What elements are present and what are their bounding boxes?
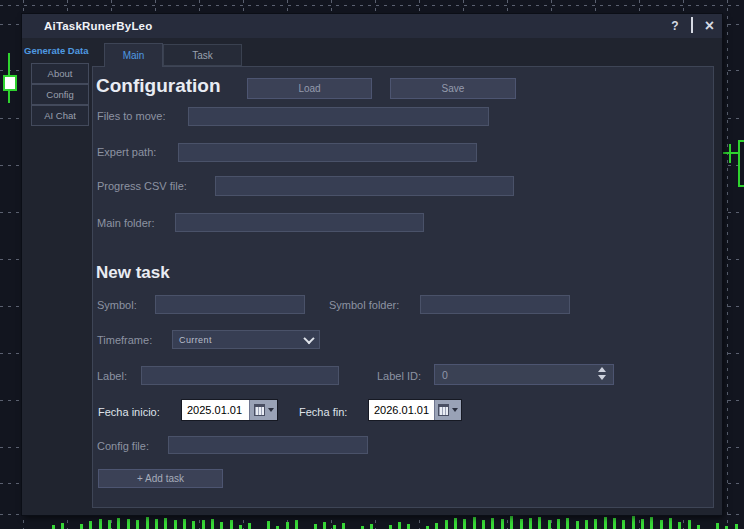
timeframe-value: Current [179, 335, 212, 345]
collapse-icon[interactable] [691, 14, 693, 38]
app-window: AiTaskRunerByLeo ? × Generate Data About… [22, 14, 722, 515]
files-to-move-label: Files to move: [97, 110, 165, 122]
fecha-fin-datepicker[interactable]: 2026.01.01 [368, 399, 462, 421]
fecha-inicio-label: Fecha inicio: [98, 406, 160, 418]
label-input[interactable] [141, 366, 339, 385]
help-icon[interactable]: ? [671, 14, 678, 38]
main-folder-label: Main folder: [97, 217, 154, 229]
symbol-folder-label: Symbol folder: [329, 299, 399, 311]
timeframe-select[interactable]: Current [172, 330, 320, 349]
progress-csv-label: Progress CSV file: [97, 180, 187, 192]
sidebar-item-generate-data[interactable]: Generate Data [24, 45, 91, 56]
label-id-value: 0 [442, 369, 448, 381]
fecha-inicio-value[interactable]: 2025.01.01 [182, 400, 249, 420]
files-to-move-input[interactable] [188, 107, 489, 126]
calendar-icon [254, 404, 265, 416]
close-icon[interactable]: × [705, 14, 714, 38]
symbol-input[interactable] [155, 295, 305, 314]
fecha-fin-calendar-button[interactable] [434, 400, 461, 420]
tab-main[interactable]: Main [104, 43, 163, 67]
configuration-heading: Configuration [96, 75, 221, 97]
config-file-input[interactable] [168, 436, 368, 454]
fecha-fin-value[interactable]: 2026.01.01 [369, 400, 434, 420]
dropdown-arrow-icon [452, 408, 458, 412]
config-file-label: Config file: [97, 440, 149, 452]
main-folder-input[interactable] [175, 213, 424, 232]
tab-task[interactable]: Task [163, 44, 242, 66]
sidebar-item-ai-chat[interactable]: AI Chat [31, 105, 89, 126]
new-task-heading: New task [96, 263, 170, 283]
label-id-label: Label ID: [377, 370, 421, 382]
symbol-label: Symbol: [97, 299, 137, 311]
window-title: AiTaskRunerByLeo [44, 14, 152, 38]
expert-path-input[interactable] [178, 143, 477, 162]
symbol-folder-input[interactable] [420, 295, 570, 314]
load-button[interactable]: Load [247, 78, 372, 99]
add-task-button[interactable]: + Add task [98, 469, 223, 488]
label-id-stepper[interactable]: 0 [434, 364, 614, 385]
sidebar-item-about[interactable]: About [31, 63, 89, 84]
chevron-down-icon [303, 332, 314, 343]
label-label: Label: [97, 370, 127, 382]
sidebar-item-config[interactable]: Config [31, 84, 89, 105]
candlestick-right-edge [738, 140, 744, 187]
stepper-up-icon[interactable] [598, 367, 606, 372]
fecha-inicio-calendar-button[interactable] [249, 400, 277, 420]
progress-csv-input[interactable] [215, 176, 514, 196]
dropdown-arrow-icon [268, 408, 274, 412]
calendar-icon [438, 404, 449, 416]
timeframe-label: Timeframe: [97, 334, 152, 346]
expert-path-label: Expert path: [97, 146, 156, 158]
titlebar: AiTaskRunerByLeo ? × [22, 14, 722, 38]
stepper-down-icon[interactable] [598, 375, 606, 380]
fecha-fin-label: Fecha fin: [299, 406, 347, 418]
fecha-inicio-datepicker[interactable]: 2025.01.01 [181, 399, 278, 421]
save-button[interactable]: Save [390, 78, 516, 99]
crosshair-icon-vertical [729, 144, 731, 163]
candlestick-body [3, 75, 17, 91]
